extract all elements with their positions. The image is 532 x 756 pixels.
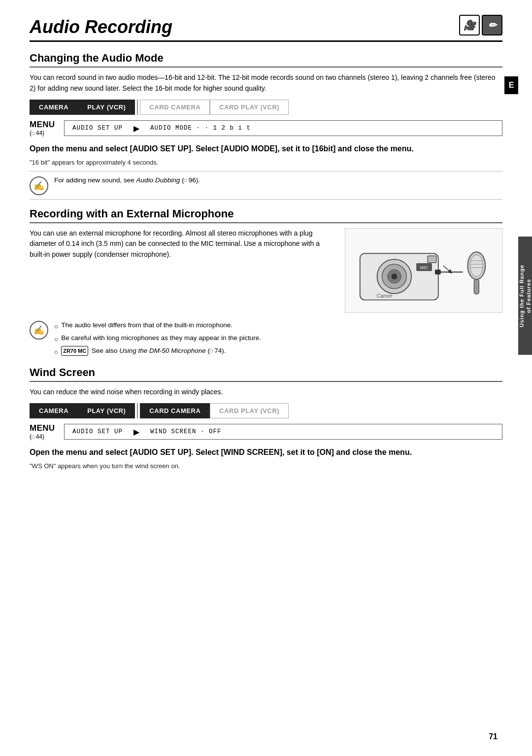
- e-tab-label: E: [509, 81, 514, 90]
- section-wind-screen: Wind Screen You can reduce the wind nois…: [30, 366, 502, 470]
- mode-btn-camera-1: CAMERA: [30, 100, 78, 115]
- section3-heading: Wind Screen: [30, 366, 502, 382]
- mode-btn-card-play-2-label: CARD PLAY (VCR): [219, 407, 279, 414]
- mode-bar-2: CAMERA PLAY (VCR) CARD CAMERA CARD PLAY …: [30, 403, 502, 418]
- menu-row-2: MENU (□ 44) AUDIO SET UP ▶ WIND SCREEN ·…: [30, 423, 502, 440]
- camera-icon: 🎥: [464, 19, 476, 31]
- section1-heading: Changing the Audio Mode: [30, 52, 502, 68]
- bullet-item-3: ○ ZR70 MC See also Using the DM-50 Micro…: [54, 345, 261, 358]
- svg-text:MIC: MIC: [420, 265, 429, 270]
- section3-heading-text: Wind Screen: [30, 366, 95, 378]
- section1-heading-text: Changing the Audio Mode: [30, 52, 164, 64]
- section3-body: You can reduce the wind noise when recor…: [30, 387, 502, 398]
- svg-rect-9: [435, 270, 441, 275]
- section1-body: You can record sound in two audio modes—…: [30, 72, 502, 94]
- mode-btn-card-camera-2-label: CARD CAMERA: [149, 407, 200, 414]
- menu-label-text-2: MENU: [30, 423, 64, 433]
- section1-instruction-text: Open the menu and select [AUDIO SET UP].…: [30, 144, 414, 153]
- side-tab: Using the Full Rangeof Features: [518, 237, 532, 355]
- bullets-icon-1: ✍: [30, 321, 48, 340]
- note-row-1: ✍ For adding new sound, see Audio Dubbin…: [30, 171, 502, 200]
- menu-path-1: AUDIO SET UP ▶ AUDIO MODE · · 1 2 b i t: [64, 120, 502, 136]
- camera-microphone-illustration: MIC Canon: [345, 228, 502, 313]
- pencil-icon: ✏: [488, 19, 497, 31]
- menu-arrow-1: ▶: [131, 124, 142, 133]
- menu-step2-2: WIND SCREEN · OFF: [142, 424, 230, 439]
- section2-body-col: You can use an external microphone for r…: [30, 228, 335, 313]
- section2-heading-text: Recording with an External Microphone: [30, 207, 233, 220]
- mode-btn-play-1: PLAY (VCR): [78, 100, 135, 115]
- note-icon-1: ✍: [30, 176, 48, 195]
- menu-step2-1: AUDIO MODE · · 1 2 b i t: [142, 121, 259, 136]
- menu-label-1: MENU (□ 44): [30, 120, 64, 137]
- bullet-item-1: ○ The audio level differs from that of t…: [54, 320, 261, 333]
- mode-btn-play-2-label: PLAY (VCR): [87, 407, 126, 414]
- bullet-circle-1: ○: [54, 321, 58, 333]
- bullet-circle-2: ○: [54, 334, 58, 345]
- camera-icon-box: 🎥: [459, 15, 480, 35]
- menu-step1-1: AUDIO SET UP: [65, 121, 131, 136]
- svg-rect-15: [474, 279, 479, 294]
- side-tab-text: Using the Full Rangeof Features: [518, 265, 532, 327]
- page-title: Audio Recording 🎥 ✏: [30, 15, 502, 42]
- bullet-item-2: ○ Be careful with long microphones as th…: [54, 333, 261, 345]
- menu-row-1: MENU (□ 44) AUDIO SET UP ▶ AUDIO MODE · …: [30, 120, 502, 137]
- pencil-icon-box: ✏: [482, 15, 502, 35]
- page-number: 71: [489, 732, 498, 741]
- section2-heading: Recording with an External Microphone: [30, 207, 502, 223]
- two-col-layout: You can use an external microphone for r…: [30, 228, 502, 313]
- mode-divider-2: [137, 403, 138, 418]
- page-container: E Audio Recording 🎥 ✏ Changing the Audio…: [0, 0, 532, 756]
- mode-btn-card-play-1: CARD PLAY (VCR): [210, 100, 289, 115]
- bullet-circle-3: ○: [54, 347, 58, 358]
- mode-btn-camera-2: CAMERA: [30, 403, 78, 418]
- section2-body: You can use an external microphone for r…: [30, 228, 335, 260]
- title-icons: 🎥 ✏: [459, 15, 502, 37]
- mode-btn-card-camera-1: CARD CAMERA: [140, 100, 210, 115]
- menu-ref-2: (□ 44): [30, 433, 64, 440]
- mode-divider-1: [137, 100, 138, 115]
- mode-btn-card-play-2: CARD PLAY (VCR): [210, 403, 289, 418]
- mode-bar-1: CAMERA PLAY (VCR) CARD CAMERA CARD PLAY …: [30, 100, 502, 115]
- page-number-text: 71: [489, 732, 498, 741]
- bullets-box-1: ✍ ○ The audio level differs from that of…: [30, 320, 502, 358]
- mode-btn-card-camera-1-label: CARD CAMERA: [149, 103, 200, 111]
- menu-ref-1: (□ 44): [30, 130, 64, 137]
- svg-point-4: [391, 274, 397, 279]
- section3-instruction: Open the menu and select [AUDIO SET UP].…: [30, 447, 502, 458]
- e-tab: E: [504, 76, 518, 94]
- note-pencil-icon-2: ✍: [33, 325, 44, 336]
- mode-btn-play-2: PLAY (VCR): [78, 403, 135, 418]
- svg-text:Canon: Canon: [376, 292, 392, 298]
- mode-btn-camera-2-label: CAMERA: [39, 407, 68, 414]
- mode-btn-card-play-1-label: CARD PLAY (VCR): [219, 103, 279, 111]
- bullets-list-1: ○ The audio level differs from that of t…: [54, 320, 261, 358]
- mode-btn-camera-1-label: CAMERA: [39, 103, 68, 111]
- note-pencil-icon: ✍: [33, 180, 44, 191]
- menu-step1-2: AUDIO SET UP: [65, 424, 131, 439]
- svg-rect-5: [428, 256, 436, 263]
- svg-point-11: [470, 255, 483, 276]
- note-text-1: For adding new sound, see Audio Dubbing …: [54, 175, 200, 185]
- menu-label-text-1: MENU: [30, 120, 64, 130]
- menu-arrow-2: ▶: [131, 427, 142, 437]
- section3-instruction-text: Open the menu and select [AUDIO SET UP].…: [30, 448, 412, 456]
- mode-btn-card-camera-2: CARD CAMERA: [140, 403, 210, 418]
- menu-path-2: AUDIO SET UP ▶ WIND SCREEN · OFF: [64, 424, 502, 440]
- section1-instruction: Open the menu and select [AUDIO SET UP].…: [30, 143, 502, 154]
- section1-small-text: "16 bit" appears for approximately 4 sec…: [30, 159, 502, 166]
- section-external-microphone: Recording with an External Microphone Yo…: [30, 207, 502, 358]
- zr70-badge: ZR70 MC: [61, 346, 88, 356]
- camera-mic-svg: MIC Canon: [345, 229, 502, 312]
- svg-line-17: [443, 266, 451, 272]
- section3-small-text: "WS ON" appears when you turn the wind s…: [30, 462, 502, 470]
- menu-label-2: MENU (□ 44): [30, 423, 64, 440]
- mode-btn-play-1-label: PLAY (VCR): [87, 103, 126, 111]
- page-title-text: Audio Recording: [30, 17, 172, 37]
- section-changing-audio-mode: Changing the Audio Mode You can record s…: [30, 52, 502, 200]
